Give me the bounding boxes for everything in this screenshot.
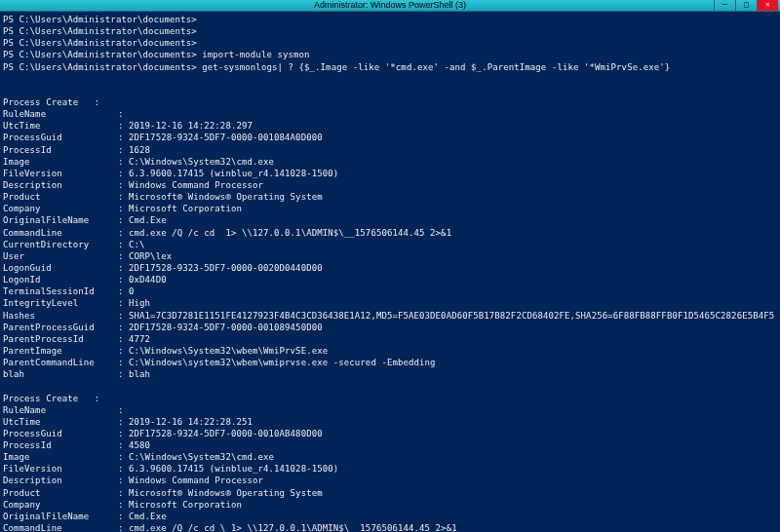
field-value: Microsoft Corporation <box>129 204 242 213</box>
minimize-button[interactable]: ─ <box>714 0 735 11</box>
field-separator: : <box>118 475 129 485</box>
field-separator: : <box>118 286 129 296</box>
field-value: 4772 <box>129 334 150 344</box>
close-button[interactable]: ✕ <box>757 0 778 11</box>
field-key: ProcessGuid <box>3 428 118 439</box>
field-key: CommandLine <box>3 522 118 532</box>
field-value: blah <box>129 369 150 379</box>
output-field: Company: Microsoft Corporation <box>3 499 780 511</box>
field-key: Product <box>3 191 118 203</box>
output-field: UtcTime: 2019-12-16 14:22:28.251 <box>3 416 780 428</box>
field-key: Company <box>3 203 118 214</box>
output-field: LogonGuid: 2DF17528-9323-5DF7-0000-0020D… <box>3 262 780 274</box>
output-field: TerminalSessionId: 0 <box>3 285 780 297</box>
field-separator: : <box>118 358 129 367</box>
output-field: Hashes: SHA1=7C3D7281E1151FE4127923F4B4C… <box>3 310 780 322</box>
field-separator: : <box>118 121 129 131</box>
field-key: ParentImage <box>3 345 118 357</box>
field-value: 2019-12-16 14:22:28.251 <box>129 417 253 427</box>
window-title: Administrator: Windows PowerShell (3) <box>314 0 466 12</box>
output-field: FileVersion: 6.3.9600.17415 (winblue_r4.… <box>3 463 780 475</box>
output-field: Product: Microsoft® Windows® Operating S… <box>3 191 780 203</box>
prompt-line: PS C:\Users\Administrator\documents> get… <box>3 61 780 73</box>
field-separator: : <box>118 240 129 249</box>
field-key: RuleName <box>3 108 118 120</box>
field-key: ParentProcessId <box>3 333 118 345</box>
field-key: LogonId <box>3 274 118 285</box>
output-field: LogonId: 0xD44D0 <box>3 274 780 285</box>
blank-line <box>3 73 780 85</box>
field-key: Description <box>3 179 118 191</box>
output-field: RuleName: <box>3 108 780 120</box>
field-value: 0 <box>129 286 135 296</box>
field-separator: : <box>118 215 129 225</box>
field-separator: : <box>118 251 129 261</box>
field-key: FileVersion <box>3 168 118 179</box>
output-field: CommandLine: cmd.exe /Q /c cd 1> \\127.0… <box>3 227 780 239</box>
titlebar[interactable]: Administrator: Windows PowerShell (3) ─ … <box>0 0 780 12</box>
field-separator: : <box>118 323 129 332</box>
output-field: ProcessId: 4580 <box>3 439 780 451</box>
window-controls: ─ □ ✕ <box>714 0 778 11</box>
field-value: Windows Command Processor <box>129 475 263 485</box>
output-field: ProcessGuid: 2DF17528-9324-5DF7-0000-001… <box>3 428 780 439</box>
field-value: C:\Windows\System32\cmd.exe <box>129 157 274 167</box>
field-separator: : <box>118 157 129 167</box>
output-field: Image: C:\Windows\System32\cmd.exe <box>3 451 780 463</box>
field-separator: : <box>118 500 129 510</box>
field-key: ParentCommandLine <box>3 357 118 368</box>
prompt-line: PS C:\Users\Administrator\documents> imp… <box>3 49 780 60</box>
field-separator: : <box>118 523 129 532</box>
output-field: UtcTime: 2019-12-16 14:22:28.297 <box>3 120 780 132</box>
field-value: C:\Windows\system32\wbem\wmiprvse.exe -s… <box>129 358 436 367</box>
maximize-button[interactable]: □ <box>735 0 757 11</box>
field-separator: : <box>118 464 129 474</box>
prompt-line: PS C:\Users\Administrator\documents> <box>3 37 780 49</box>
terminal-output[interactable]: PS C:\Users\Administrator\documents>PS C… <box>0 12 780 532</box>
record-header: Process Create : <box>3 96 780 108</box>
field-value: 2019-12-16 14:22:28.297 <box>129 121 253 131</box>
field-separator: : <box>118 145 129 155</box>
field-separator: : <box>118 311 129 321</box>
field-value: 0xD44D0 <box>129 275 167 285</box>
output-field: ParentCommandLine: C:\Windows\system32\w… <box>3 357 780 368</box>
field-key: Hashes <box>3 310 118 322</box>
field-key: Description <box>3 475 118 486</box>
field-key: blah <box>3 368 118 380</box>
field-value: 2DF17528-9323-5DF7-0000-0020D0440D00 <box>129 263 323 273</box>
output-field: Company: Microsoft Corporation <box>3 203 780 214</box>
output-field: Image: C:\Windows\System32\cmd.exe <box>3 156 780 168</box>
field-value: 2DF17528-9324-5DF7-0000-001089450D00 <box>129 323 323 332</box>
field-separator: : <box>118 346 129 356</box>
field-separator: : <box>118 228 129 238</box>
field-key: ParentProcessGuid <box>3 322 118 333</box>
output-field: CurrentDirectory: C:\ <box>3 239 780 250</box>
field-value: Microsoft® Windows® Operating System <box>129 192 323 202</box>
field-separator: : <box>118 263 129 273</box>
field-value: 4580 <box>129 440 150 450</box>
field-value: cmd.exe /Q /c cd \ 1> \\127.0.0.1\ADMIN$… <box>129 523 457 532</box>
output-field: ProcessId: 1628 <box>3 144 780 156</box>
field-value: Windows Command Processor <box>129 180 263 190</box>
record-header: Process Create : <box>3 393 780 404</box>
blank-line <box>3 85 780 96</box>
output-field: User: CORP\lex <box>3 250 780 262</box>
field-separator: : <box>118 512 129 521</box>
field-key: ProcessGuid <box>3 132 118 143</box>
output-field: IntegrityLevel: High <box>3 297 780 309</box>
blank-line <box>3 380 780 392</box>
field-separator: : <box>118 133 129 142</box>
field-separator: : <box>118 405 129 415</box>
field-separator: : <box>118 169 129 178</box>
output-field: RuleName: <box>3 404 780 416</box>
powershell-window: Administrator: Windows PowerShell (3) ─ … <box>0 0 780 532</box>
field-value: 6.3.9600.17415 (winblue_r4.141028-1500) <box>129 169 338 178</box>
field-separator: : <box>118 452 129 462</box>
field-separator: : <box>118 488 129 498</box>
output-field: ParentProcessId: 4772 <box>3 333 780 345</box>
output-field: blah: blah <box>3 368 780 380</box>
field-key: TerminalSessionId <box>3 285 118 297</box>
field-key: Image <box>3 156 118 168</box>
field-value: Microsoft® Windows® Operating System <box>129 488 323 498</box>
field-value: CORP\lex <box>129 251 172 261</box>
